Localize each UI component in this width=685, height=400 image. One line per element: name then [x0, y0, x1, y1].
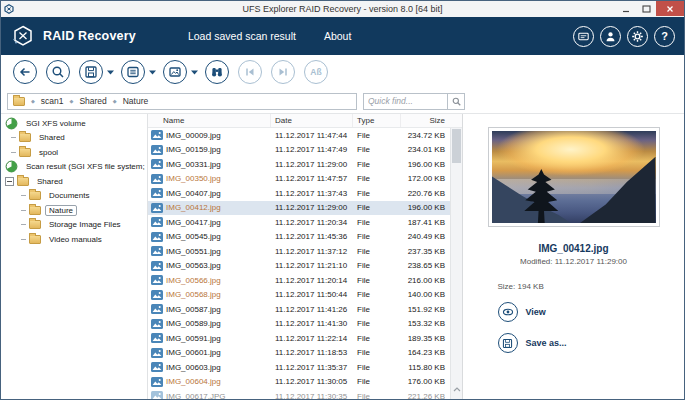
license-button[interactable] [573, 26, 594, 47]
file-size: 216.00 KB [401, 276, 449, 285]
breadcrumb-segment[interactable]: Shared [79, 96, 106, 106]
folder-icon [19, 148, 31, 157]
file-row-img-00545-jpg[interactable]: IMG_00545.jpg11.12.2017 11:45:36File240.… [148, 230, 462, 245]
find-button[interactable] [205, 60, 229, 84]
tree-item-spool[interactable]: spool [1, 145, 147, 160]
breadcrumb[interactable]: scan1SharedNature [7, 93, 357, 110]
file-name: IMG_00159.jpg [166, 145, 271, 154]
file-row-img-00417-jpg[interactable]: IMG_00417.jpg11.12.2017 11:20:34File187.… [148, 215, 462, 230]
file-date: 11.12.2017 11:47:44 [271, 131, 353, 140]
export-image-button[interactable] [163, 60, 187, 84]
column-header-size[interactable]: Size [401, 114, 449, 127]
scrollbar-arrow-icon[interactable] [453, 387, 461, 392]
file-row-img-00604-jpg[interactable]: IMG_00604.jpg11.12.2017 11:30:05File176.… [148, 375, 462, 390]
help-button[interactable]: ? [654, 26, 675, 47]
previous-item-button[interactable] [238, 60, 262, 84]
view-button[interactable]: View [498, 302, 546, 322]
menu-about[interactable]: About [324, 30, 351, 42]
view-options-dropdown-icon[interactable] [149, 70, 156, 75]
tree-item-scan-result-sgi-xfs-file-system-3-72-gb[interactable]: Scan result (SGI XFS file system; 3.72 G… [1, 160, 147, 175]
tree-item-documents[interactable]: Documents [1, 189, 147, 204]
preview-details: Size: 194 KB View Save as... [498, 282, 650, 353]
file-row-img-00601-jpg[interactable]: IMG_00601.jpg11.12.2017 11:18:53File164.… [148, 346, 462, 361]
file-name: IMG_00591.jpg [166, 334, 271, 343]
file-name: IMG_00545.jpg [166, 232, 271, 241]
file-type: File [353, 174, 401, 183]
collapse-expander-icon[interactable] [5, 177, 14, 186]
file-row-img-00591-jpg[interactable]: IMG_00591.jpg11.12.2017 11:22:14File189.… [148, 331, 462, 346]
export-image-dropdown-icon[interactable] [191, 70, 198, 75]
image-file-icon [148, 275, 166, 285]
file-row-img-00412-jpg[interactable]: IMG_00412.jpg11.12.2017 11:29:00File196.… [148, 201, 462, 216]
tree-item-storage-image-files[interactable]: Storage Image Files [1, 218, 147, 233]
image-file-icon [148, 319, 166, 329]
breadcrumb-segment[interactable]: Nature [123, 96, 149, 106]
image-file-icon [148, 261, 166, 271]
file-type: File [353, 363, 401, 372]
file-row-img-00617-jpg[interactable]: IMG_00617.JPG11.12.2017 11:30:35File221.… [148, 389, 462, 399]
breadcrumb-segment[interactable]: scan1 [41, 96, 64, 106]
folder-icon [19, 133, 31, 142]
file-row-img-00563-jpg[interactable]: IMG_00563.jpg11.12.2017 11:21:10File238.… [148, 259, 462, 274]
save-button[interactable] [79, 60, 103, 84]
file-size: 196.00 KB [401, 203, 449, 212]
column-header-name[interactable]: Name [148, 114, 271, 127]
file-type: File [353, 276, 401, 285]
quick-find [363, 93, 465, 110]
file-row-img-00331-jpg[interactable]: IMG_00331.jpg11.12.2017 11:29:00File196.… [148, 157, 462, 172]
column-header-date[interactable]: Date [271, 114, 353, 127]
image-file-icon [148, 217, 166, 227]
maximize-icon[interactable] [636, 1, 656, 16]
quick-find-search-icon[interactable] [447, 93, 465, 110]
file-name: IMG_00331.jpg [166, 160, 271, 169]
file-row-img-00603-jpg[interactable]: IMG_00603.jpg11.12.2017 11:35:37File115.… [148, 360, 462, 375]
tree-item-sgi-xfs-volume[interactable]: SGI XFS volume [1, 116, 147, 131]
tree-item-shared[interactable]: Shared [1, 131, 147, 146]
file-row-img-00566-jpg[interactable]: IMG_00566.jpg11.12.2017 11:20:14File216.… [148, 273, 462, 288]
tree-item-video-manuals[interactable]: Video manuals [1, 232, 147, 247]
file-size: 164.23 KB [401, 348, 449, 357]
file-date: 11.12.2017 11:29:00 [271, 203, 353, 212]
view-options-button[interactable] [121, 60, 145, 84]
file-name: IMG_00350.jpg [166, 174, 271, 183]
minimize-icon[interactable] [616, 1, 636, 16]
settings-gear-icon[interactable] [627, 26, 648, 47]
app-window: UFS Explorer RAID Recovery - version 8.0… [0, 0, 685, 400]
search-button[interactable] [46, 60, 70, 84]
tree-item-label: Shared [33, 176, 67, 187]
tree-item-shared[interactable]: Shared [1, 174, 147, 189]
file-row-img-00589-jpg[interactable]: IMG_00589.jpg11.12.2017 11:41:30File153.… [148, 317, 462, 332]
tree-connector [11, 152, 16, 153]
file-row-img-00350-jpg[interactable]: IMG_00350.jpg11.12.2017 11:47:57File172.… [148, 172, 462, 187]
file-date: 11.12.2017 11:41:30 [271, 319, 353, 328]
save-as-button[interactable]: Save as... [498, 333, 567, 353]
scrollbar[interactable] [450, 128, 462, 399]
image-file-icon [148, 348, 166, 358]
column-header-type[interactable]: Type [353, 114, 401, 127]
file-date: 11.12.2017 11:21:10 [271, 261, 353, 270]
file-name: IMG_00568.jpg [166, 290, 271, 299]
file-row-img-00551-jpg[interactable]: IMG_00551.jpg11.12.2017 11:37:12File237.… [148, 244, 462, 259]
tree-item-nature[interactable]: Nature [1, 203, 147, 218]
file-size: 151.92 KB [401, 305, 449, 314]
user-button[interactable] [600, 26, 621, 47]
scrollbar-thumb[interactable] [452, 129, 461, 163]
quick-find-input[interactable] [363, 93, 447, 110]
close-icon[interactable] [656, 1, 684, 16]
file-row-img-00587-jpg[interactable]: IMG_00587.jpg11.12.2017 11:41:26File151.… [148, 302, 462, 317]
file-row-img-00159-jpg[interactable]: IMG_00159.jpg11.12.2017 11:47:49File234.… [148, 143, 462, 158]
breadcrumb-separator-icon [31, 99, 35, 104]
file-row-img-00009-jpg[interactable]: IMG_00009.jpg11.12.2017 11:47:44File234.… [148, 128, 462, 143]
next-item-button[interactable] [271, 60, 295, 84]
eye-icon [498, 302, 518, 322]
file-row-img-00568-jpg[interactable]: IMG_00568.jpg11.12.2017 11:50:44File140.… [148, 288, 462, 303]
file-date: 11.12.2017 11:45:36 [271, 232, 353, 241]
encoding-button[interactable]: Aß [304, 60, 328, 84]
file-size: 153.32 KB [401, 319, 449, 328]
save-dropdown-icon[interactable] [107, 70, 114, 75]
file-date: 11.12.2017 11:20:14 [271, 276, 353, 285]
back-button[interactable] [13, 60, 37, 84]
file-type: File [353, 377, 401, 386]
menu-load-saved-scan[interactable]: Load saved scan result [188, 30, 296, 42]
file-row-img-00407-jpg[interactable]: IMG_00407.jpg11.12.2017 11:37:43File220.… [148, 186, 462, 201]
